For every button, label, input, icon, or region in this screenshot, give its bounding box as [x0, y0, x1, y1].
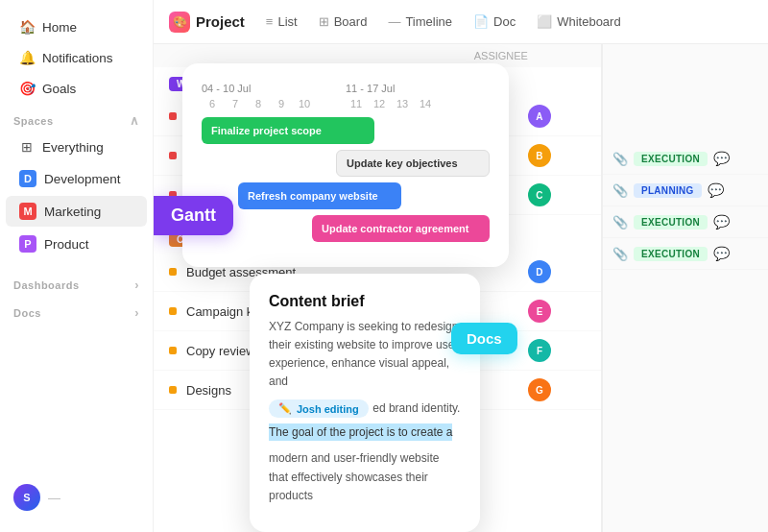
header-tabs: ≡ List ⊞ Board — Timeline 📄 Doc ⬜ Whi: [256, 10, 631, 34]
gantt-bar-fill: Refresh company website: [238, 182, 401, 209]
assignee-col: F: [528, 339, 586, 362]
assignee-col: C: [528, 183, 586, 206]
right-panel: 📎 EXECUTION 💬 📎 PLANNING 💬 📎 EXECUTION 💬…: [602, 44, 768, 532]
status-badge: EXECUTION: [634, 152, 708, 166]
dashboards-expand-icon[interactable]: ›: [134, 278, 139, 292]
docs-text-highlight: The goal of the project is to create a: [269, 423, 461, 442]
task-dot: [169, 112, 177, 120]
docs-card: Content brief XYZ Company is seeking to …: [250, 274, 480, 533]
gantt-label: Gantt: [154, 196, 233, 235]
task-dot: [169, 307, 177, 315]
assignee-col: B: [528, 144, 586, 167]
sidebar-footer: S —: [0, 474, 153, 520]
assignee-col: D: [528, 260, 586, 283]
tab-timeline[interactable]: — Timeline: [378, 10, 462, 34]
docs-text-2: ed brand identity.: [372, 401, 460, 415]
message-icon: 💬: [713, 214, 730, 230]
avatar: C: [528, 183, 551, 206]
clip-icon: 📎: [612, 152, 628, 166]
development-dot: D: [19, 170, 36, 187]
avatar: G: [528, 378, 551, 401]
clip-icon: 📎: [612, 247, 628, 261]
gantt-bar-fill: Finalize project scope: [202, 117, 374, 144]
status-row: 📎 PLANNING 💬: [603, 175, 768, 206]
sidebar-item-label: Home: [42, 20, 77, 35]
user-menu-icon[interactable]: —: [48, 491, 60, 505]
goals-icon: 🎯: [19, 81, 35, 96]
assignee-col: A: [528, 105, 586, 128]
sidebar-item-product[interactable]: P Product: [6, 229, 147, 259]
marketing-dot: M: [19, 203, 36, 220]
docs-expand-icon[interactable]: ›: [134, 305, 139, 320]
sidebar-item-marketing[interactable]: M Marketing: [6, 196, 147, 227]
header: 🎨 Project ≡ List ⊞ Board — Timeline 📄 Do…: [154, 0, 768, 44]
docs-label: Docs: [451, 323, 517, 354]
docs-section: Docs ›: [0, 296, 153, 324]
clip-icon: 📎: [612, 215, 628, 230]
bell-icon: 🔔: [19, 50, 35, 65]
avatar: F: [528, 339, 551, 362]
gantt-bar-row: Update contractor agreement: [202, 215, 490, 242]
status-badge: EXECUTION: [634, 247, 708, 261]
tab-whiteboard[interactable]: ⬜ Whiteboard: [527, 10, 630, 34]
sidebar-item-label: Product: [44, 237, 89, 252]
task-dot: [169, 268, 177, 276]
sidebar-item-goals[interactable]: 🎯 Goals: [6, 74, 147, 103]
gantt-date-header: 04 - 10 Jul 6 7 8 9 10 11 - 17 Jul 11: [202, 83, 490, 109]
gantt-bar-row: Refresh company website: [202, 182, 490, 209]
highlight-text: The goal of the project is to create a: [269, 423, 452, 441]
avatar: S: [13, 484, 40, 511]
message-icon: 💬: [708, 182, 724, 198]
gantt-card: 04 - 10 Jul 6 7 8 9 10 11 - 17 Jul 11: [182, 63, 509, 267]
message-icon: 💬: [713, 246, 730, 261]
gantt-bar-fill: Update contractor agreement: [312, 215, 490, 242]
gantt-bar-row: Update key objectives: [202, 150, 490, 177]
message-icon: 💬: [713, 151, 730, 166]
avatar: B: [528, 144, 551, 167]
status-badge: PLANNING: [634, 183, 702, 198]
sidebar-item-label: Everything: [42, 140, 104, 155]
doc-icon: 📄: [473, 14, 489, 29]
content-body: ASSIGNEE WEBSITE Campaign research A Con…: [154, 44, 768, 532]
sidebar-item-notifications[interactable]: 🔔 Notifications: [6, 43, 147, 72]
edit-icon: ✏️: [278, 402, 292, 415]
grid-icon: ⊞: [19, 139, 35, 155]
spaces-section: Spaces ∧: [0, 104, 153, 132]
task-dot: [169, 386, 177, 394]
list-icon: ≡: [266, 14, 274, 29]
assignee-col: G: [528, 378, 586, 401]
sidebar-item-everything[interactable]: ⊞ Everything: [6, 133, 147, 161]
assignee-col: E: [528, 300, 586, 323]
sidebar-item-label: Development: [44, 172, 121, 186]
status-row: 📎 EXECUTION 💬: [603, 238, 768, 270]
sidebar-item-label: Goals: [42, 82, 76, 96]
sidebar-item-development[interactable]: D Development: [6, 163, 147, 194]
spaces-collapse-icon[interactable]: ∧: [130, 113, 140, 128]
sidebar-item-home[interactable]: 🏠 Home: [6, 12, 147, 41]
avatar: D: [528, 260, 551, 283]
tab-list[interactable]: ≡ List: [256, 10, 307, 34]
clip-icon: 📎: [612, 183, 628, 198]
tab-doc[interactable]: 📄 Doc: [464, 10, 525, 34]
task-dot: [169, 152, 177, 159]
main-content: 🎨 Project ≡ List ⊞ Board — Timeline 📄 Do…: [154, 0, 768, 532]
project-icon: 🎨: [169, 12, 190, 33]
status-row: 📎 EXECUTION 💬: [603, 206, 768, 238]
docs-card-title: Content brief: [269, 293, 461, 310]
sidebar-item-label: Notifications: [42, 51, 113, 65]
gantt-bar-row: Finalize project scope: [202, 117, 490, 144]
timeline-icon: —: [388, 14, 400, 29]
home-icon: 🏠: [19, 19, 35, 35]
product-dot: P: [19, 235, 36, 253]
gantt-days: 11 12 13 14: [346, 98, 490, 109]
status-row: 📎 EXECUTION 💬: [603, 143, 768, 175]
header-title: Project: [196, 13, 245, 30]
avatar: E: [528, 300, 551, 323]
whiteboard-icon: ⬜: [537, 14, 552, 29]
docs-text-3: modern and user-friendly website that ef…: [269, 449, 461, 505]
docs-text-1: XYZ Company is seeking to redesign their…: [269, 318, 461, 392]
sidebar-item-label: Marketing: [44, 205, 101, 219]
tab-board[interactable]: ⊞ Board: [309, 10, 377, 34]
sidebar: 🏠 Home 🔔 Notifications 🎯 Goals Spaces ∧ …: [0, 0, 154, 532]
avatar: A: [528, 105, 551, 128]
